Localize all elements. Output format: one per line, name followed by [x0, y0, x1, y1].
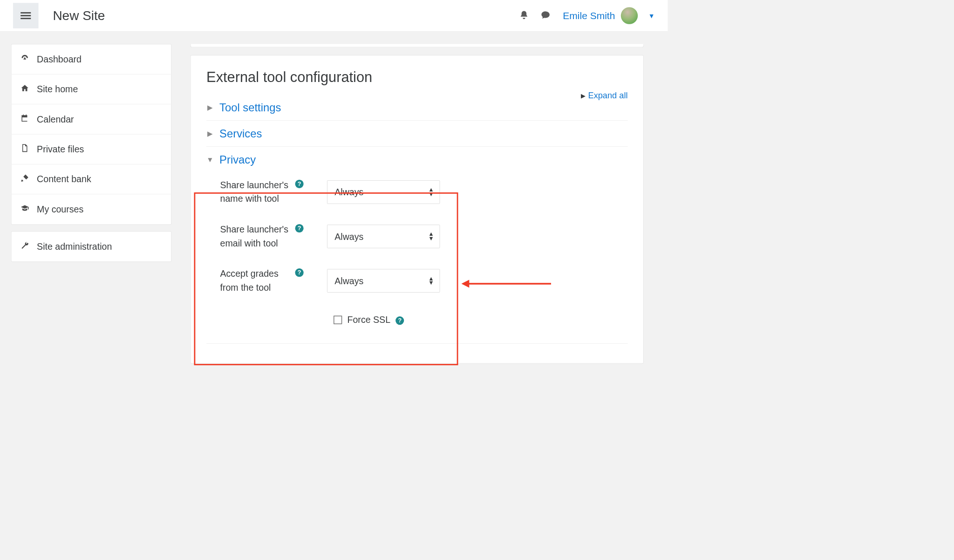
help-icon[interactable]: ?	[295, 224, 304, 232]
sidebar-item-label: My courses	[37, 204, 83, 214]
sidebar-item-content-bank[interactable]: Content bank	[12, 164, 171, 194]
help-icon[interactable]: ?	[295, 180, 304, 188]
chevron-right-icon: ▶	[206, 130, 213, 138]
section-header-privacy[interactable]: ▼ Privacy	[206, 153, 627, 166]
page-title: External tool configuration	[206, 69, 627, 85]
file-icon	[20, 144, 30, 155]
messages-toggle[interactable]	[541, 10, 551, 21]
site-name[interactable]: New Site	[53, 8, 105, 23]
topbar: New Site Emile Smith ▼	[0, 0, 668, 32]
privacy-row-accept-grades: Accept grades from the tool ? Always ▲▼	[206, 263, 627, 301]
share-name-select[interactable]: Always	[327, 180, 440, 204]
expand-all-link[interactable]: ▶ Expand all	[581, 91, 627, 101]
sidebar-item-site-admin[interactable]: Site administration	[12, 232, 171, 261]
sidebar-item-label: Site home	[37, 84, 78, 94]
force-ssl-row: Force SSL ?	[206, 307, 627, 325]
gauge-icon	[20, 54, 30, 65]
section-header-tool-settings[interactable]: ▶ Tool settings	[206, 101, 627, 114]
section-title: Services	[219, 127, 262, 140]
nav-drawer: Dashboard Site home Calendar Private fil…	[11, 44, 171, 364]
hamburger-icon	[20, 10, 31, 20]
bell-icon	[519, 10, 529, 20]
nav-drawer-toggle[interactable]	[13, 3, 39, 28]
section-title: Tool settings	[219, 101, 281, 114]
config-card: External tool configuration ▶ Expand all…	[191, 55, 644, 363]
notifications-toggle[interactable]	[519, 10, 529, 21]
home-icon	[20, 84, 30, 95]
sidebar-item-dashboard[interactable]: Dashboard	[12, 44, 171, 74]
svg-rect-0	[20, 12, 31, 14]
share-email-select[interactable]: Always	[327, 225, 440, 248]
section-privacy: ▼ Privacy Share launcher's name with too…	[206, 147, 627, 307]
sidebar-item-label: Site administration	[37, 241, 112, 252]
sidebar-item-private-files[interactable]: Private files	[12, 134, 171, 164]
chevron-right-icon: ▶	[206, 103, 213, 112]
wrench-icon	[20, 241, 30, 252]
brush-icon	[20, 174, 30, 184]
svg-rect-1	[20, 15, 31, 16]
force-ssl-label: Force SSL	[348, 315, 391, 325]
main-region: External tool configuration ▶ Expand all…	[191, 44, 644, 364]
chevron-down-icon: ▼	[206, 156, 213, 164]
privacy-row-share-name: Share launcher's name with tool ? Always…	[206, 175, 627, 219]
field-label: Share launcher's email with tool	[220, 223, 292, 250]
calendar-icon	[20, 114, 30, 124]
user-menu-name[interactable]: Emile Smith	[563, 10, 615, 21]
field-label: Share launcher's name with tool	[220, 178, 292, 206]
chat-icon	[541, 10, 551, 20]
sidebar-item-site-home[interactable]: Site home	[12, 75, 171, 104]
svg-rect-2	[20, 18, 31, 19]
previous-card-edge	[191, 44, 644, 48]
force-ssl-checkbox[interactable]	[334, 316, 342, 324]
avatar[interactable]	[621, 7, 638, 24]
help-icon[interactable]: ?	[395, 316, 404, 325]
section-services: ▶ Services	[206, 121, 627, 147]
sidebar-item-label: Content bank	[37, 174, 91, 184]
expand-all-label: Expand all	[588, 91, 628, 101]
sidebar-item-label: Calendar	[37, 114, 74, 124]
nav-block-main: Dashboard Site home Calendar Private fil…	[11, 44, 171, 225]
privacy-row-share-email: Share launcher's email with tool ? Alway…	[206, 219, 627, 263]
sidebar-item-label: Private files	[37, 144, 84, 154]
divider	[206, 343, 627, 344]
sidebar-item-calendar[interactable]: Calendar	[12, 104, 171, 134]
field-label: Accept grades from the tool	[220, 267, 292, 294]
nav-block-admin: Site administration	[11, 231, 171, 262]
help-icon[interactable]: ?	[295, 268, 304, 277]
section-header-services[interactable]: ▶ Services	[206, 127, 627, 140]
accept-grades-select[interactable]: Always	[327, 269, 440, 293]
gradcap-icon	[20, 204, 30, 215]
section-title: Privacy	[219, 153, 256, 166]
sidebar-item-my-courses[interactable]: My courses	[12, 194, 171, 224]
section-tool-settings: ▶ Tool settings	[206, 95, 627, 121]
user-menu-caret[interactable]: ▼	[648, 12, 655, 20]
sidebar-item-label: Dashboard	[37, 54, 82, 64]
triangle-right-icon: ▶	[581, 92, 586, 99]
